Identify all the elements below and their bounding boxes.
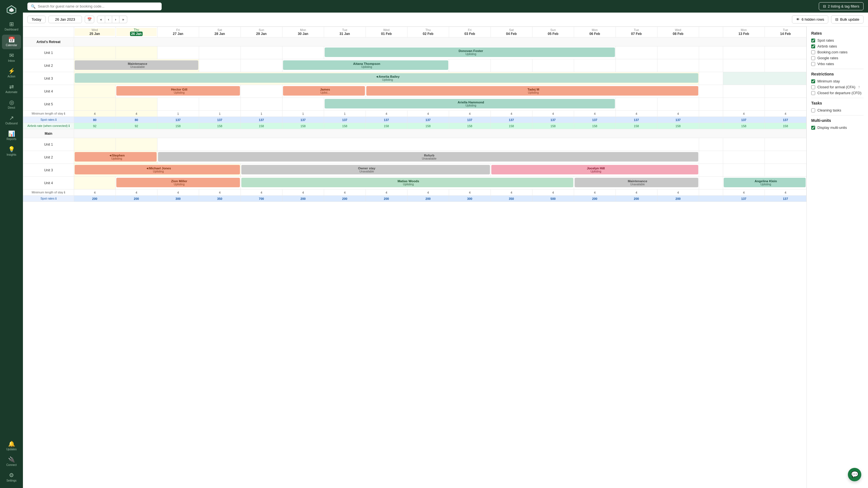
topbar: 🔍 ⊟ 2 listing & tag filters xyxy=(23,0,868,12)
sidebar-item-action[interactable]: ⚡ Action xyxy=(2,66,21,80)
spot-rates-main-label: Spot rates ℹ xyxy=(23,196,74,202)
restriction-cfd-row: Closed for departure (CFD) xyxy=(811,91,864,95)
cleaning-tasks-label[interactable]: Cleaning tasks xyxy=(817,108,841,112)
google-rates-label[interactable]: Google rates xyxy=(817,56,838,60)
spot-rates-label: Spot rates ℹ xyxy=(23,117,74,123)
chat-bubble-button[interactable]: 💬 xyxy=(848,468,861,481)
sidebar-item-calendar[interactable]: 📅 Calendar xyxy=(2,35,21,49)
section-label-artists-retreat: Artist's Retreat xyxy=(23,37,74,46)
cleaning-tasks-checkbox[interactable] xyxy=(811,108,815,112)
calendar-nav: « ‹ › » xyxy=(97,15,127,23)
cfa-checkbox[interactable] xyxy=(811,85,815,89)
date-col-14: Wed08 Feb xyxy=(657,27,699,37)
date-col-11: Sun05 Feb xyxy=(532,27,574,37)
stats-spot-rates-row: Spot rates ℹ 80 80 137 137 137 137 137 1… xyxy=(23,117,806,123)
calendar-toolbar: Today 26 Jan 2023 📅 « ‹ › » 👁 6 hidden r… xyxy=(23,12,868,27)
calendar-content: Wed25 Jan Thu26 Jan Fri27 Jan Sat28 Jan … xyxy=(23,27,868,488)
airbnb-rates-checkbox[interactable] xyxy=(811,44,815,48)
spot-rates-label[interactable]: Spot rates xyxy=(817,38,834,42)
unit-label: Unit 3 xyxy=(23,164,74,176)
restriction-min-stay-row: Minimum stay xyxy=(811,79,864,83)
filter-label: 2 listing & tag filters xyxy=(828,4,859,8)
min-stay-label: Minimum length of stay ℹ xyxy=(23,111,74,117)
datepicker-button[interactable]: 📅 xyxy=(85,15,94,23)
vrbo-rates-checkbox[interactable] xyxy=(811,62,815,66)
nav-last-button[interactable]: » xyxy=(119,15,127,23)
automate-icon: ⇄ xyxy=(9,84,14,90)
date-col-5: Mon30 Jan xyxy=(282,27,324,37)
search-icon: 🔍 xyxy=(31,4,35,9)
min-stay-main-label: Minimum length of stay ℹ xyxy=(23,190,74,196)
calendar-grid[interactable]: Wed25 Jan Thu26 Jan Fri27 Jan Sat28 Jan … xyxy=(23,27,806,488)
sidebar-item-connect[interactable]: 🔌 Connect xyxy=(2,454,21,469)
reports-icon: 📊 xyxy=(8,131,15,136)
bulk-update-button[interactable]: ⊟ Bulk update xyxy=(831,15,864,24)
sidebar-label-insights: Insights xyxy=(7,153,16,157)
hidden-rows-button[interactable]: 👁 6 hidden rows xyxy=(792,15,828,24)
date-col-12: Mon06 Feb xyxy=(574,27,616,37)
sidebar-label-automate: Automate xyxy=(6,91,18,94)
booking-rates-checkbox[interactable] xyxy=(811,50,815,54)
date-col-9: Fri03 Feb xyxy=(449,27,491,37)
airbnb-rates-label[interactable]: Airbnb rates xyxy=(817,44,837,48)
spot-rates-checkbox[interactable] xyxy=(811,39,815,42)
tasks-title: Tasks xyxy=(811,101,864,105)
table-row: Unit 3 ◄Amelia Bailey Uplisting xyxy=(23,72,806,85)
sidebar-item-direct[interactable]: ◎ Direct xyxy=(2,97,21,112)
min-stay-checkbox[interactable] xyxy=(811,79,815,83)
today-button[interactable]: Today xyxy=(27,15,45,23)
section-header-main: Main xyxy=(23,129,806,138)
sidebar-item-updates[interactable]: 🔔 Updates xyxy=(2,439,21,453)
date-col-3: Sat28 Jan xyxy=(199,27,241,37)
unit-label: Unit 5 xyxy=(23,98,74,111)
sidebar-item-insights[interactable]: 💡 Insights xyxy=(2,144,21,159)
unit-label: Unit 3 xyxy=(23,72,74,85)
unit-label: Unit 1 xyxy=(23,138,74,151)
date-header-row: Wed25 Jan Thu26 Jan Fri27 Jan Sat28 Jan … xyxy=(23,27,806,37)
sidebar-item-reports[interactable]: 📊 Reports xyxy=(2,129,21,143)
rate-google-row: Google rates xyxy=(811,56,864,60)
sidebar-item-settings[interactable]: ⚙ Settings xyxy=(2,470,21,485)
nav-prev-button[interactable]: ‹ xyxy=(105,15,112,23)
outbound-icon: ↗ xyxy=(9,115,14,121)
sidebar-item-dashboard[interactable]: ⊞ Dashboard xyxy=(2,19,21,34)
updates-icon: 🔔 xyxy=(8,441,15,447)
cfd-label[interactable]: Closed for departure (CFD) xyxy=(817,91,862,95)
table-row: Unit 4 Zion Miller Uplisting xyxy=(23,176,806,190)
table-row: Unit 1 xyxy=(23,138,806,151)
sidebar-item-inbox[interactable]: ✉ Inbox xyxy=(2,50,21,65)
date-display: 26 Jan 2023 xyxy=(49,15,82,23)
vrbo-rates-label[interactable]: Vrbo rates xyxy=(817,62,834,66)
date-col-4: Sun29 Jan xyxy=(241,27,282,37)
display-multi-label[interactable]: Display multi-units xyxy=(817,126,847,130)
sidebar-label-dashboard: Dashboard xyxy=(5,28,19,31)
search-input[interactable] xyxy=(38,4,158,8)
cfd-checkbox[interactable] xyxy=(811,91,815,95)
nav-next-button[interactable]: › xyxy=(112,15,119,23)
cfa-help-icon[interactable]: ? xyxy=(858,86,860,89)
connect-icon: 🔌 xyxy=(8,457,15,462)
restrictions-title: Restrictions xyxy=(811,72,864,76)
rate-booking-row: Booking.com rates xyxy=(811,50,864,54)
main-content: 🔍 ⊟ 2 listing & tag filters Today 26 Jan… xyxy=(23,0,868,488)
rates-panel: Rates Spot rates Airbnb rates Booking.co… xyxy=(806,27,868,488)
sidebar-label-direct: Direct xyxy=(8,106,15,109)
date-col-17: Tue14 Feb xyxy=(765,27,806,37)
bulk-update-icon: ⊟ xyxy=(835,17,838,22)
sidebar-label-updates: Updates xyxy=(6,448,17,451)
google-rates-checkbox[interactable] xyxy=(811,56,815,60)
sidebar-item-automate[interactable]: ⇄ Automate xyxy=(2,82,21,96)
sidebar-item-outbound[interactable]: ↗ Outbound xyxy=(2,113,21,127)
display-multi-checkbox[interactable] xyxy=(811,126,815,130)
unit-label: Unit 2 xyxy=(23,59,74,72)
filter-button[interactable]: ⊟ 2 listing & tag filters xyxy=(819,2,864,10)
cfa-label[interactable]: Closed for arrival (CFA) xyxy=(817,85,856,89)
airbnb-rates-label: Airbnb rate (when connected) ℹ xyxy=(23,123,74,129)
unit-label: Unit 1 xyxy=(23,46,74,59)
nav-first-button[interactable]: « xyxy=(97,15,105,23)
booking-rates-label[interactable]: Booking.com rates xyxy=(817,50,847,54)
min-stay-label[interactable]: Minimum stay xyxy=(817,79,840,83)
table-row: Unit 2 ◄Stephen Uplisting Refurb xyxy=(23,151,806,164)
bulk-update-label: Bulk update xyxy=(840,17,859,22)
date-col-0: Wed25 Jan xyxy=(74,27,116,37)
